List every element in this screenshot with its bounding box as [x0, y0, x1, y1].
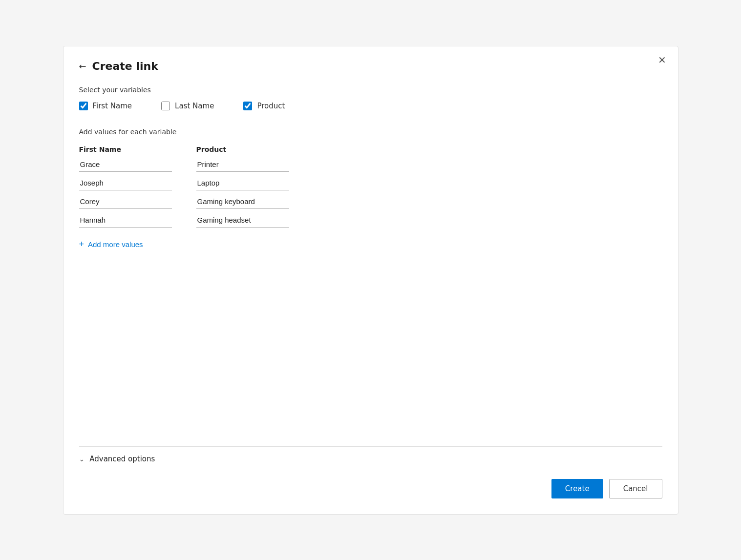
product-input-4[interactable] [196, 213, 289, 228]
checkbox-product-input[interactable] [243, 102, 252, 110]
advanced-options-toggle[interactable]: ⌄ Advanced options [79, 447, 662, 463]
select-variables-label: Select your variables [79, 86, 662, 94]
table-headers: First Name Product [79, 145, 662, 153]
table-row [79, 194, 662, 213]
checkbox-last-name[interactable]: Last Name [161, 102, 214, 110]
plus-icon: + [79, 239, 85, 249]
footer: Create Cancel [79, 463, 662, 498]
chevron-down-icon: ⌄ [79, 455, 85, 463]
back-arrow-icon[interactable]: ← [79, 61, 86, 71]
checkbox-first-name-label: First Name [93, 102, 132, 110]
add-more-values-button[interactable]: + Add more values [79, 239, 662, 249]
checkbox-first-name[interactable]: First Name [79, 102, 132, 110]
variables-row: First Name Last Name Product [79, 102, 662, 110]
table-row [79, 176, 662, 194]
values-table [79, 157, 662, 231]
col-header-first-name: First Name [79, 145, 177, 153]
dialog-title: Create link [92, 60, 158, 72]
dialog-header: ← Create link ✕ [79, 60, 662, 72]
first-name-input-3[interactable] [79, 194, 172, 209]
checkbox-first-name-input[interactable] [79, 102, 88, 110]
checkbox-product-label: Product [257, 102, 285, 110]
create-link-dialog: ← Create link ✕ Select your variables Fi… [63, 46, 678, 515]
table-row [79, 213, 662, 231]
advanced-options-label: Advanced options [89, 455, 155, 463]
close-button[interactable]: ✕ [658, 55, 666, 65]
product-input-1[interactable] [196, 157, 289, 172]
add-more-label: Add more values [88, 240, 143, 249]
product-input-2[interactable] [196, 176, 289, 190]
first-name-input-1[interactable] [79, 157, 172, 172]
cancel-button[interactable]: Cancel [609, 479, 662, 498]
product-input-3[interactable] [196, 194, 289, 209]
first-name-input-4[interactable] [79, 213, 172, 228]
add-values-label: Add values for each variable [79, 128, 662, 136]
table-row [79, 157, 662, 176]
create-button[interactable]: Create [551, 479, 603, 498]
first-name-input-2[interactable] [79, 176, 172, 190]
checkbox-last-name-label: Last Name [175, 102, 214, 110]
checkbox-last-name-input[interactable] [161, 102, 170, 110]
checkbox-product[interactable]: Product [243, 102, 285, 110]
col-header-product: Product [196, 145, 294, 153]
